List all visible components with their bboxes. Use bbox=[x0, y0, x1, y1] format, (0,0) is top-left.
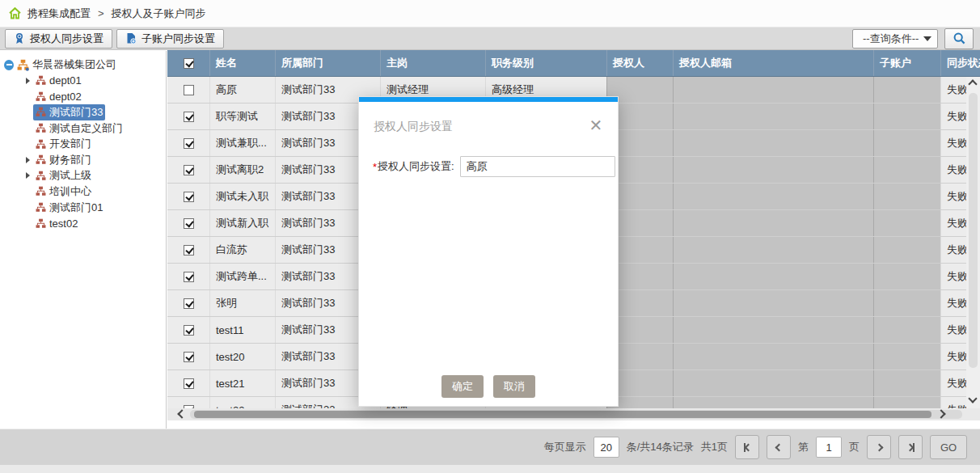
row-checkbox[interactable] bbox=[184, 352, 194, 362]
page-prefix-label: 第 bbox=[798, 440, 809, 454]
cell-subaccount bbox=[873, 397, 940, 408]
confirm-button[interactable]: 确定 bbox=[441, 375, 484, 398]
row-checkbox[interactable] bbox=[184, 85, 194, 95]
authorizer-field-input[interactable] bbox=[460, 156, 615, 177]
tree-node[interactable]: 开发部门 bbox=[4, 136, 166, 152]
row-checkbox[interactable] bbox=[184, 165, 194, 175]
tree-node[interactable]: dept02 bbox=[4, 89, 166, 105]
document-add-icon bbox=[125, 32, 137, 44]
scroll-left-icon[interactable] bbox=[177, 409, 186, 418]
tree-node[interactable]: 财务部门 bbox=[4, 152, 166, 168]
query-condition-dropdown[interactable]: --查询条件-- bbox=[852, 29, 938, 49]
page-number-input[interactable] bbox=[816, 437, 842, 458]
vertical-scrollbar[interactable] bbox=[966, 77, 980, 408]
row-checkbox[interactable] bbox=[184, 245, 194, 256]
select-all-checkbox[interactable] bbox=[184, 58, 194, 69]
cell-name: test20 bbox=[209, 344, 275, 370]
row-checkbox[interactable] bbox=[184, 138, 194, 149]
cancel-button[interactable]: 取消 bbox=[493, 375, 535, 398]
tree-node[interactable]: 测试上级 bbox=[4, 168, 166, 184]
cell-name: 白流苏 bbox=[209, 237, 275, 263]
column-header-level: 职务级别 bbox=[485, 50, 606, 76]
row-select-cell bbox=[167, 130, 209, 156]
tree-node-label: 测试自定义部门 bbox=[49, 121, 123, 136]
tree-node-label: test02 bbox=[49, 217, 78, 230]
search-icon bbox=[953, 32, 966, 45]
per-page-input[interactable] bbox=[593, 437, 619, 458]
breadcrumb-item-root[interactable]: 携程集成配置 bbox=[27, 6, 91, 21]
cell-subaccount bbox=[873, 130, 940, 156]
cell-name: 高原 bbox=[209, 77, 275, 103]
required-mark: * bbox=[373, 161, 377, 173]
tree-node[interactable]: 测试部门33 bbox=[4, 104, 166, 120]
go-button[interactable]: GO bbox=[930, 435, 967, 459]
cell-subaccount bbox=[873, 77, 940, 103]
row-select-cell bbox=[167, 264, 209, 289]
department-icon bbox=[36, 75, 46, 86]
horizontal-scrollbar-thumb[interactable] bbox=[194, 411, 931, 418]
tree-node-label: dept01 bbox=[49, 74, 82, 87]
vertical-scrollbar-thumb[interactable] bbox=[969, 93, 978, 368]
cell-name: 测试跨单... bbox=[209, 264, 275, 289]
column-header-authorizer: 授权人 bbox=[606, 50, 673, 76]
cell-name: test22 bbox=[209, 397, 275, 408]
tree-node[interactable]: dept01 bbox=[4, 73, 166, 89]
toolbar-right-group: --查询条件-- bbox=[852, 28, 974, 49]
authorizer-sync-dialog: 授权人同步设置 ✕ * 授权人同步设置: 确定 取消 bbox=[358, 96, 619, 407]
row-checkbox[interactable] bbox=[184, 272, 194, 282]
tree-node[interactable]: 培训中心 bbox=[4, 184, 166, 200]
row-checkbox[interactable] bbox=[184, 298, 194, 309]
row-checkbox[interactable] bbox=[184, 218, 194, 229]
cell-subaccount bbox=[873, 210, 940, 236]
cell-authorizer-email bbox=[673, 103, 873, 129]
tree-node-label: 培训中心 bbox=[49, 184, 91, 199]
next-page-button[interactable] bbox=[867, 435, 891, 459]
tree-root-label: 华晨器械集团公司 bbox=[32, 57, 116, 72]
row-select-cell bbox=[167, 210, 209, 236]
column-header-name: 姓名 bbox=[209, 50, 275, 76]
cell-name: 测试新入职 bbox=[209, 210, 275, 236]
cell-name: 测试未入职 bbox=[209, 184, 275, 209]
cell-authorizer-email bbox=[673, 184, 873, 209]
tree-node[interactable]: 测试自定义部门 bbox=[4, 120, 166, 137]
column-header-position: 主岗 bbox=[380, 50, 485, 76]
department-icon bbox=[36, 154, 46, 165]
department-icon bbox=[36, 218, 46, 229]
row-select-cell bbox=[167, 184, 209, 209]
scroll-up-icon[interactable] bbox=[968, 79, 977, 88]
home-icon[interactable] bbox=[8, 6, 22, 20]
expand-arrow-icon[interactable] bbox=[23, 78, 32, 84]
row-select-cell bbox=[167, 237, 209, 263]
row-checkbox[interactable] bbox=[184, 325, 194, 336]
row-checkbox[interactable] bbox=[184, 112, 194, 122]
prev-page-button[interactable] bbox=[767, 435, 791, 459]
collapse-minus-icon[interactable] bbox=[4, 60, 14, 70]
expand-arrow-icon[interactable] bbox=[23, 157, 32, 163]
search-button[interactable] bbox=[944, 28, 974, 49]
column-header-sync-status: 同步状态 bbox=[940, 50, 980, 76]
row-checkbox[interactable] bbox=[184, 192, 194, 202]
select-all-cell bbox=[167, 50, 209, 76]
tree-node[interactable]: 测试部门01 bbox=[4, 200, 166, 216]
first-page-button[interactable] bbox=[735, 435, 759, 459]
tree-node[interactable]: test02 bbox=[4, 215, 166, 231]
page-suffix-label: 页 bbox=[849, 440, 860, 454]
row-checkbox[interactable] bbox=[184, 378, 194, 389]
authorizer-sync-settings-button[interactable]: 授权人同步设置 bbox=[5, 29, 112, 49]
expand-arrow-icon[interactable] bbox=[23, 172, 32, 179]
tree-node-label: 测试上级 bbox=[49, 168, 91, 183]
scroll-down-icon[interactable] bbox=[968, 394, 977, 403]
last-page-button[interactable] bbox=[898, 435, 923, 459]
tree-root-node[interactable]: 华晨器械集团公司 bbox=[4, 57, 166, 73]
cell-subaccount bbox=[873, 184, 940, 209]
cell-name: 测试兼职... bbox=[209, 130, 275, 156]
cell-authorizer-email bbox=[673, 157, 873, 183]
dialog-title: 授权人同步设置 bbox=[374, 120, 453, 133]
cell-authorizer-email bbox=[673, 264, 873, 289]
close-icon[interactable]: ✕ bbox=[587, 116, 605, 134]
pagination-bar: 每页显示 条/共14条记录 共1页 第 页 GO bbox=[0, 429, 980, 465]
cell-name: 测试离职2 bbox=[209, 157, 275, 183]
horizontal-scrollbar[interactable] bbox=[167, 408, 980, 420]
cell-subaccount bbox=[873, 237, 940, 263]
subaccount-sync-settings-button[interactable]: 子账户同步设置 bbox=[116, 29, 224, 49]
